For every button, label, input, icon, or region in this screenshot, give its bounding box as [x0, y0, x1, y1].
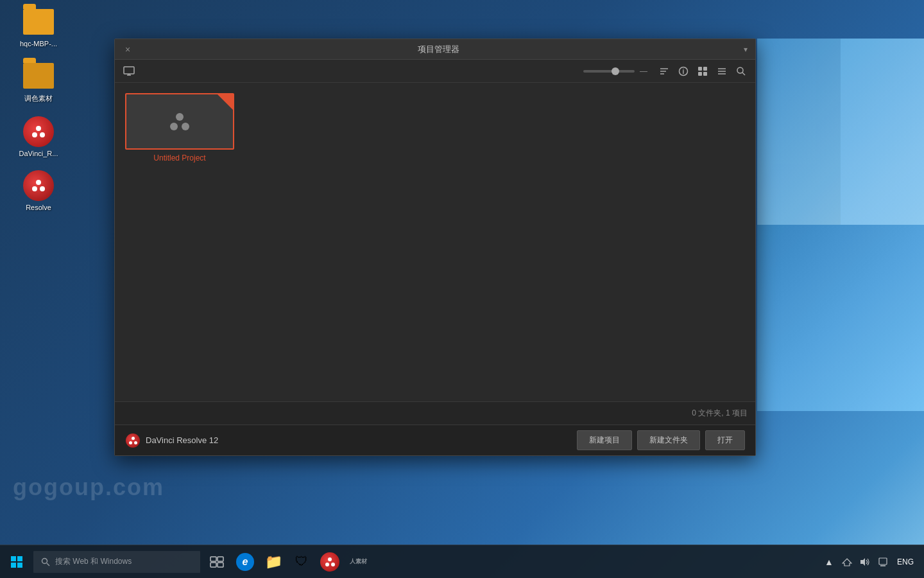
task-view-button[interactable] — [203, 548, 231, 576]
status-text: 0 文件夹, 1 项目 — [692, 408, 748, 419]
svg-rect-24 — [218, 557, 223, 561]
new-folder-button[interactable]: 新建文件夹 — [637, 430, 700, 450]
svg-rect-25 — [210, 563, 216, 567]
list-view-icon[interactable] — [713, 62, 731, 80]
tray-action-center-icon[interactable] — [877, 556, 889, 568]
svg-rect-8 — [698, 67, 702, 71]
folder1-icon — [23, 6, 54, 37]
project-manager-window: × 项目管理器 ▾ — — [114, 39, 756, 456]
open-button[interactable]: 打开 — [705, 430, 745, 450]
watermark: gogoup.com — [13, 474, 164, 501]
resolve-taskbar-icon — [320, 552, 339, 572]
app-logo: DaVinci Resolve 12 — [125, 433, 218, 448]
svg-rect-18 — [17, 556, 22, 561]
app-name-label: DaVinci Resolve 12 — [146, 435, 218, 445]
sort-icon[interactable] — [655, 62, 673, 80]
folder2-icon — [23, 60, 54, 91]
desktop-icon-davinci[interactable]: DaVinci_R... — [13, 116, 64, 157]
desktop-icon-folder2[interactable]: 调色素材 — [13, 60, 64, 103]
monitor-icon[interactable] — [120, 62, 138, 80]
davinci-label: DaVinci_R... — [19, 150, 58, 157]
security-button[interactable]: 🛡 — [287, 548, 316, 576]
svg-rect-20 — [17, 563, 22, 568]
resolve-taskbar-button[interactable] — [316, 548, 344, 576]
project-card-untitled[interactable]: Untitled Project — [125, 93, 234, 162]
svg-rect-17 — [11, 556, 16, 561]
resolve-icon — [23, 170, 54, 201]
toolbar: — i — [115, 60, 755, 83]
footer-buttons: 新建项目 新建文件夹 打开 — [577, 430, 745, 450]
search-icon[interactable] — [732, 62, 750, 80]
project-logo — [164, 106, 195, 137]
toolbar-right: i — [655, 62, 750, 80]
desktop-icons-container: hqc-MBP-... 调色素材 — [13, 6, 64, 211]
shield-icon: 🛡 — [295, 554, 308, 569]
title-bar: × 项目管理器 ▾ — [115, 39, 755, 60]
status-bar: 0 文件夹, 1 项目 — [115, 401, 755, 425]
zoom-slider-container: — — [141, 67, 653, 76]
close-button[interactable]: × — [123, 44, 133, 55]
svg-marker-27 — [860, 558, 865, 566]
task-view-icon — [210, 556, 224, 568]
window-title: 项目管理器 — [133, 44, 744, 55]
svg-rect-19 — [11, 563, 16, 568]
svg-point-21 — [42, 558, 47, 563]
search-bar-icon — [41, 557, 50, 566]
svg-line-22 — [47, 563, 49, 566]
zoom-slider-thumb — [612, 67, 619, 75]
grid-view-icon[interactable] — [694, 62, 712, 80]
edge-icon: e — [236, 553, 254, 571]
card-corner-marker — [218, 94, 233, 110]
svg-rect-10 — [698, 72, 702, 76]
svg-rect-26 — [218, 563, 223, 567]
svg-rect-11 — [703, 72, 707, 76]
resolve-label: Resolve — [26, 204, 51, 211]
start-button[interactable] — [0, 548, 33, 576]
svg-point-15 — [737, 67, 743, 73]
edge-browser-button[interactable]: e — [231, 548, 259, 576]
desktop: hqc-MBP-... 调色素材 — [0, 0, 924, 578]
tray-volume-icon[interactable] — [859, 556, 871, 568]
folder2-label: 调色素材 — [24, 94, 53, 103]
file-explorer-button[interactable]: 📁 — [259, 548, 287, 576]
info-icon[interactable]: i — [674, 62, 692, 80]
folder1-label: hqc-MBP-... — [20, 40, 57, 48]
svg-rect-0 — [124, 67, 134, 74]
davinci-icon — [23, 116, 54, 147]
svg-rect-28 — [879, 558, 887, 565]
project-name: Untitled Project — [153, 153, 205, 162]
windows-logo-decoration — [757, 39, 924, 411]
svg-text:i: i — [683, 68, 685, 75]
tray-network-icon[interactable] — [841, 556, 853, 568]
folder-icon: 📁 — [265, 554, 282, 570]
svg-line-16 — [742, 73, 745, 75]
search-bar[interactable]: 搜索 Web 和 Windows — [33, 551, 200, 573]
taskbar: 搜索 Web 和 Windows e 📁 🛡 — [0, 545, 924, 578]
desktop-icon-folder1[interactable]: hqc-MBP-... — [13, 6, 64, 48]
system-tray: ▲ ENG — [812, 556, 924, 568]
footer-bar: DaVinci Resolve 12 新建项目 新建文件夹 打开 — [115, 425, 755, 455]
svg-rect-23 — [210, 557, 216, 561]
app-logo-icon — [125, 433, 141, 448]
tray-arrow-icon[interactable]: ▲ — [823, 556, 835, 568]
svg-rect-9 — [703, 67, 707, 71]
content-area: Untitled Project — [115, 83, 755, 401]
new-project-button[interactable]: 新建项目 — [577, 430, 632, 450]
project-thumbnail — [125, 93, 234, 150]
chevron-down-icon[interactable]: ▾ — [744, 45, 748, 54]
search-placeholder: 搜索 Web 和 Windows — [55, 556, 132, 567]
watermark-taskbar: 人素材 — [344, 548, 372, 576]
zoom-slider-track[interactable] — [583, 70, 635, 73]
language-indicator[interactable]: ENG — [897, 557, 914, 566]
desktop-icon-resolve[interactable]: Resolve — [13, 170, 64, 211]
